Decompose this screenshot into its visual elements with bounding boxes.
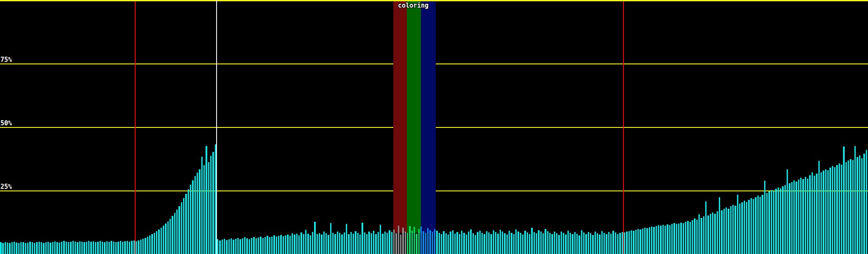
- histogram-bar: [233, 240, 234, 254]
- histogram-bar: [151, 234, 153, 254]
- histogram-bar: [529, 234, 531, 254]
- histogram-bar: [68, 242, 70, 254]
- histogram-bar: [470, 229, 472, 254]
- histogram-bar: [802, 179, 804, 254]
- histogram-bar: [629, 231, 630, 254]
- histogram-bar: [538, 230, 540, 254]
- histogram-bar: [145, 238, 146, 254]
- histogram-bar: [391, 232, 393, 254]
- histogram-bar: [678, 224, 680, 254]
- histogram-bar: [836, 165, 838, 254]
- histogram-bar: [827, 170, 829, 254]
- y-axis-label-25: 25%: [0, 183, 12, 190]
- histogram-bar: [793, 180, 795, 254]
- histogram-bar: [694, 218, 696, 254]
- histogram-bar: [821, 172, 822, 254]
- histogram-bar: [825, 169, 827, 254]
- histogram-bar: [256, 238, 257, 254]
- right-red-marker: [623, 1, 624, 254]
- histogram-bar: [479, 231, 481, 254]
- histogram-bar: [698, 214, 700, 254]
- histogram-bar: [649, 227, 651, 254]
- histogram-bar: [787, 169, 788, 254]
- histogram-bar: [328, 235, 329, 254]
- histogram-bar: [497, 234, 499, 254]
- histogram-bar: [111, 241, 112, 254]
- histogram-bar: [63, 241, 65, 254]
- histogram-bar: [662, 225, 664, 254]
- histogram-bar: [545, 229, 546, 254]
- histogram-bar: [710, 214, 712, 254]
- histogram-bar: [619, 233, 621, 254]
- histogram-bar: [77, 242, 78, 254]
- histogram-bar: [289, 236, 291, 254]
- histogram-bar: [300, 232, 302, 254]
- histogram-bar: [66, 242, 67, 254]
- histogram-bar: [319, 233, 320, 254]
- histogram-bar: [34, 243, 36, 254]
- histogram-bar: [484, 234, 485, 254]
- histogram-bar: [52, 242, 54, 254]
- histogram-bar: [50, 243, 51, 254]
- histogram-bar: [572, 234, 573, 254]
- histogram-bar: [149, 235, 151, 254]
- histogram-bar: [72, 241, 74, 254]
- histogram-bar: [271, 237, 273, 254]
- histogram-bar: [522, 235, 524, 254]
- histogram-bar: [669, 225, 671, 254]
- histogram-bar: [757, 196, 759, 254]
- histogram-bar: [303, 234, 305, 254]
- histogram-bar: [832, 166, 834, 254]
- histogram-bar: [608, 232, 610, 254]
- histogram-bar: [212, 152, 214, 254]
- histogram-bar: [450, 232, 451, 254]
- histogram-bar: [156, 231, 158, 254]
- histogram-bar: [768, 191, 770, 254]
- histogram-bar: [488, 232, 490, 254]
- histogram-bar: [500, 230, 501, 254]
- histogram-bar: [389, 230, 390, 254]
- histogram-bar: [165, 224, 167, 254]
- histogram-bar: [339, 233, 341, 254]
- histogram-bar: [717, 211, 718, 254]
- histogram-bar: [863, 154, 865, 254]
- histogram-bar: [599, 235, 601, 254]
- histogram-bar: [25, 243, 27, 254]
- histogram-bar: [278, 236, 280, 254]
- histogram-bar: [866, 150, 868, 254]
- histogram-bar: [789, 183, 790, 254]
- histogram-bar: [79, 241, 81, 254]
- histogram-bar: [362, 223, 363, 254]
- histogram-bar: [56, 242, 58, 254]
- histogram-bar: [554, 232, 556, 254]
- histogram-bar: [237, 238, 239, 254]
- histogram-bar: [312, 232, 314, 254]
- histogram-bar: [378, 232, 379, 254]
- histogram-bar: [292, 233, 293, 254]
- histogram-bar: [16, 243, 17, 254]
- histogram-bar: [631, 230, 632, 254]
- histogram-bar: [161, 228, 162, 254]
- histogram-bar: [120, 241, 122, 254]
- histogram-bar: [493, 230, 495, 254]
- histogram-bar: [273, 235, 275, 254]
- red-channel-band: [393, 1, 407, 233]
- histogram-bar: [805, 177, 807, 254]
- histogram-bar: [344, 232, 345, 254]
- histogram-bar: [253, 237, 255, 254]
- histogram-bar: [585, 234, 587, 254]
- green-channel-band: [407, 1, 421, 233]
- histogram-bar: [420, 226, 422, 254]
- histogram-bar: [667, 224, 668, 254]
- histogram-bar: [466, 235, 467, 254]
- histogram-bar: [818, 161, 820, 254]
- histogram-bar: [721, 210, 723, 254]
- histogram-bar: [129, 242, 131, 254]
- y-axis-label-50: 50%: [0, 120, 12, 127]
- histogram-bar: [809, 175, 811, 254]
- histogram-bar: [70, 242, 72, 254]
- histogram-bar: [224, 239, 225, 254]
- histogram-bar: [604, 233, 605, 254]
- histogram-bar: [477, 232, 479, 254]
- histogram-bar: [685, 222, 687, 254]
